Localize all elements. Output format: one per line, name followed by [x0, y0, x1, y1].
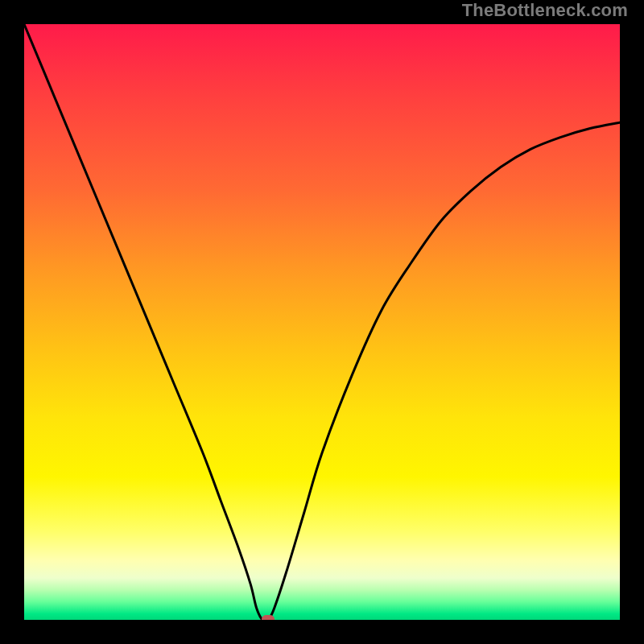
curve-svg	[24, 24, 620, 620]
minimum-marker	[262, 615, 275, 620]
watermark-text: TheBottleneck.com	[462, 0, 628, 21]
plot-area	[24, 24, 620, 620]
chart-frame: TheBottleneck.com	[0, 0, 644, 644]
curve-path	[24, 24, 620, 620]
